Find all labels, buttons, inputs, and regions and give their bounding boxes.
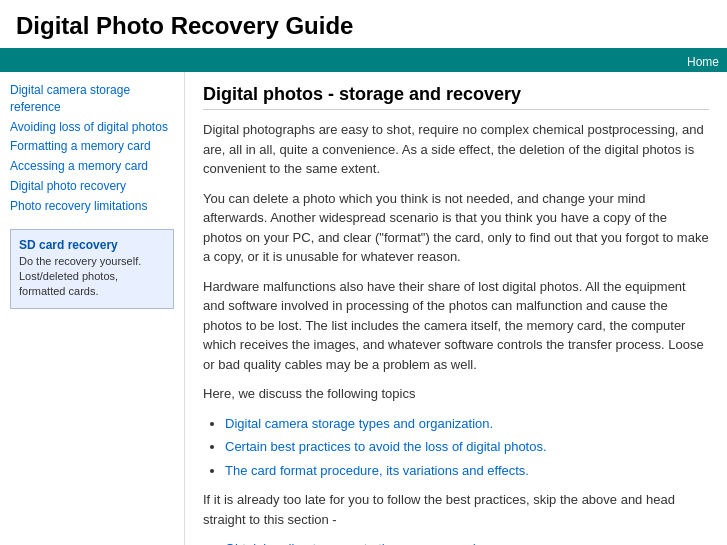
- home-link[interactable]: Home: [687, 55, 719, 69]
- topic-list-1: Digital camera storage types and organiz…: [225, 414, 709, 481]
- sidebar-nav-link[interactable]: Digital camera storage reference: [10, 82, 174, 116]
- content-heading: Digital photos - storage and recovery: [203, 84, 709, 110]
- list-item: The card format procedure, its variation…: [225, 461, 709, 481]
- content-paragraph: You can delete a photo which you think i…: [203, 189, 709, 267]
- sd-card-desc: Do the recovery yourself. Lost/deleted p…: [19, 254, 165, 300]
- list-link[interactable]: The card format procedure, its variation…: [225, 463, 529, 478]
- sidebar-nav-link[interactable]: Accessing a memory card: [10, 158, 174, 175]
- sidebar-nav-link[interactable]: Avoiding loss of digital photos: [10, 119, 174, 136]
- main-content: Digital photos - storage and recovery Di…: [185, 72, 727, 545]
- list-link[interactable]: Obtaining direct access to the memory ca…: [225, 541, 479, 545]
- content-paragraph: Here, we discuss the following topics: [203, 384, 709, 404]
- sidebar: Digital camera storage referenceAvoiding…: [0, 72, 185, 545]
- sidebar-nav-link[interactable]: Formatting a memory card: [10, 138, 174, 155]
- mid-paragraph: If it is already too late for you to fol…: [203, 490, 709, 529]
- sidebar-nav-link[interactable]: Digital photo recovery: [10, 178, 174, 195]
- topic-list-2: Obtaining direct access to the memory ca…: [225, 539, 709, 545]
- list-link[interactable]: Digital camera storage types and organiz…: [225, 416, 493, 431]
- list-item: Digital camera storage types and organiz…: [225, 414, 709, 434]
- sd-card-title: SD card recovery: [19, 238, 165, 252]
- sidebar-nav: Digital camera storage referenceAvoiding…: [10, 82, 174, 215]
- sidebar-nav-link[interactable]: Photo recovery limitations: [10, 198, 174, 215]
- page-title: Digital Photo Recovery Guide: [16, 12, 711, 40]
- main-layout: Digital camera storage referenceAvoiding…: [0, 72, 727, 545]
- list-link[interactable]: Certain best practices to avoid the loss…: [225, 439, 547, 454]
- intro-paragraphs: Digital photographs are easy to shot, re…: [203, 120, 709, 404]
- list-item: Obtaining direct access to the memory ca…: [225, 539, 709, 545]
- content-paragraph: Hardware malfunctions also have their sh…: [203, 277, 709, 375]
- content-paragraph: Digital photographs are easy to shot, re…: [203, 120, 709, 179]
- home-bar: Home: [0, 51, 727, 72]
- page-header: Digital Photo Recovery Guide: [0, 0, 727, 51]
- list-item: Certain best practices to avoid the loss…: [225, 437, 709, 457]
- sd-card-box: SD card recovery Do the recovery yoursel…: [10, 229, 174, 309]
